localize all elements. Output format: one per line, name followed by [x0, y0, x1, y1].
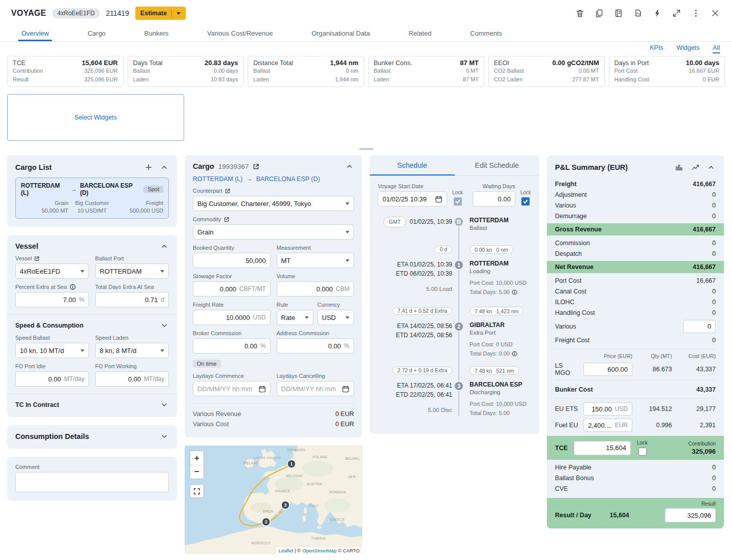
contribution-value: 325,096 — [688, 448, 716, 455]
ballast-port-select[interactable]: ROTTERDAM — [95, 263, 169, 279]
leg-speed: 7.48 kn — [475, 368, 492, 374]
calendar-icon[interactable] — [435, 195, 443, 203]
eu-ets-label: EU ETS — [555, 405, 579, 412]
external-link-icon[interactable] — [225, 188, 230, 194]
fo-port-working-input[interactable]: MT/day — [95, 371, 169, 387]
map-fullscreen-button[interactable] — [190, 484, 204, 498]
collapse-pnl-button[interactable] — [707, 163, 716, 171]
tce-label: TCE — [555, 445, 568, 452]
eu-ets-price-input[interactable]: USD — [583, 402, 632, 416]
tab-related[interactable]: Related — [405, 26, 434, 41]
calendar-icon[interactable] — [258, 385, 266, 393]
stop-datetime: 01/02/25, 10:39 — [410, 217, 452, 226]
speed-laden-select[interactable]: 8 kn, 8 MT/d — [95, 343, 169, 358]
pnl-various-input[interactable] — [683, 320, 716, 333]
tab-comments[interactable]: Comments — [467, 26, 505, 41]
close-icon[interactable] — [710, 8, 721, 19]
external-link-icon[interactable] — [253, 163, 259, 170]
link-kpis[interactable]: KPIs — [650, 44, 663, 53]
waiting-days-input[interactable] — [473, 191, 515, 207]
rule-select[interactable]: Rate — [277, 310, 313, 325]
stop-etd: ETD 22/02/25, 06:41 — [378, 390, 452, 399]
zoom-in-button[interactable]: + — [190, 451, 203, 465]
commodity-select[interactable]: Grain — [193, 224, 354, 240]
laydays-cancelling-input[interactable] — [277, 381, 355, 396]
zoom-out-button[interactable]: − — [190, 465, 203, 479]
copy-icon[interactable] — [594, 8, 605, 19]
tab-schedule[interactable]: Schedule — [370, 155, 455, 175]
pnl-row-net-revenue: Net Revenue416,667 — [547, 261, 724, 273]
from-port-link[interactable]: ROTTERDAM (L) — [193, 175, 243, 183]
panel-drag-handle[interactable] — [359, 148, 373, 150]
expand-speed-consumption-button[interactable] — [160, 321, 169, 330]
tab-overview[interactable]: Overview — [18, 26, 52, 41]
laydays-commence-label: Laydays Commence — [193, 373, 244, 379]
external-link-icon[interactable] — [224, 217, 229, 222]
openstreetmap-link[interactable]: OpenStreetMap — [302, 548, 336, 553]
address-commission-input[interactable]: % — [277, 338, 355, 353]
tab-edit-schedule[interactable]: Edit Schedule — [455, 155, 540, 175]
tab-cargo[interactable]: Cargo — [84, 26, 108, 41]
collapse-vessel-button[interactable] — [160, 242, 169, 250]
consumption-details-title: Consumption Details — [15, 432, 89, 440]
result-total-input[interactable] — [665, 508, 716, 522]
leaflet-link[interactable]: Leaflet — [279, 548, 294, 553]
volume-input[interactable]: CBM — [277, 281, 355, 297]
ls-mgo-price-input[interactable] — [583, 363, 632, 376]
measurement-select[interactable]: MT — [277, 253, 355, 268]
expand-tc-in-contract-button[interactable] — [160, 401, 169, 409]
counterpart-select[interactable]: Big Customer, Charterer, 45999, Tokyo — [193, 196, 354, 211]
lock-label: Lock — [452, 190, 463, 195]
broker-commission-input[interactable]: % — [193, 338, 271, 353]
voyage-start-input[interactable] — [378, 191, 447, 207]
tce-lock-checkbox[interactable] — [638, 448, 647, 456]
speed-ballast-select[interactable]: 10 kn, 10 MT/d — [15, 343, 89, 358]
currency-select[interactable]: USD — [317, 310, 354, 325]
leg-duration-chip: 0 d — [434, 246, 452, 254]
stowage-factor-input[interactable]: CBFT/MT — [193, 281, 271, 297]
vessel-chip: 4xRoEeE1FD — [52, 8, 100, 18]
tab-various-cost-revenue[interactable]: Various Cost/Revenue — [204, 26, 276, 41]
delete-icon[interactable] — [574, 8, 585, 19]
tab-organisational-data[interactable]: Organisational Data — [308, 26, 373, 41]
pdf-export-icon[interactable]: PDF — [632, 8, 643, 19]
percent-extra-input[interactable]: % — [15, 292, 89, 307]
divider — [555, 349, 716, 349]
estimate-button[interactable]: Estimate — [135, 7, 186, 20]
trend-chart-icon[interactable] — [690, 162, 700, 172]
kpi-row: TCE15,604 EUR Contribution325,096 EUR Re… — [0, 55, 732, 87]
bar-chart-icon[interactable] — [674, 162, 684, 172]
select-widgets-link[interactable]: Select Widgets — [74, 114, 116, 121]
to-port-link[interactable]: BARCELONA ESP (D) — [256, 175, 320, 183]
fuel-eu-price-input[interactable]: EUR — [583, 419, 632, 432]
link-all[interactable]: All — [713, 44, 720, 53]
external-link-icon[interactable] — [34, 256, 40, 261]
add-cargo-button[interactable] — [143, 162, 154, 172]
route-map[interactable]: DENMARK UNITED KINGDOM IRELAND POLAND BE… — [185, 446, 362, 554]
total-days-extra-input[interactable]: d — [95, 292, 169, 307]
waiting-days-lock-checkbox[interactable] — [521, 197, 530, 205]
expand-consumption-details-button[interactable] — [160, 432, 169, 440]
laydays-commence-input[interactable] — [193, 381, 271, 396]
voyage-start-lock-checkbox[interactable] — [454, 197, 462, 205]
more-icon[interactable] — [690, 8, 701, 19]
tab-bunkers[interactable]: Bunkers — [141, 26, 172, 41]
tce-input[interactable] — [574, 441, 631, 455]
leg-distance: 0 nm — [496, 247, 508, 253]
collapse-cargo-list-button[interactable] — [160, 163, 169, 171]
leg-speed: 0.00 kn — [475, 247, 492, 253]
flash-icon[interactable] — [652, 8, 663, 19]
ledger-icon[interactable] — [613, 8, 624, 19]
cargo-list-item[interactable]: ROTTERDAM (L) → BARCELONA ESP (D) Spot G… — [15, 178, 169, 219]
calendar-icon[interactable] — [342, 385, 349, 393]
booked-quantity-input[interactable] — [193, 253, 271, 268]
measurement-label: Measurement — [277, 245, 311, 251]
pnl-row-various: Various0 — [555, 200, 716, 211]
comment-input[interactable] — [15, 472, 169, 492]
link-widgets[interactable]: Widgets — [677, 44, 699, 53]
fullscreen-icon[interactable] — [671, 8, 682, 19]
freight-rate-input[interactable]: USD — [193, 310, 271, 325]
collapse-cargo-panel-button[interactable] — [345, 162, 354, 170]
fo-port-idle-input[interactable]: MT/day — [15, 371, 89, 387]
vessel-select[interactable]: 4xRoEeE1FD — [15, 263, 89, 279]
